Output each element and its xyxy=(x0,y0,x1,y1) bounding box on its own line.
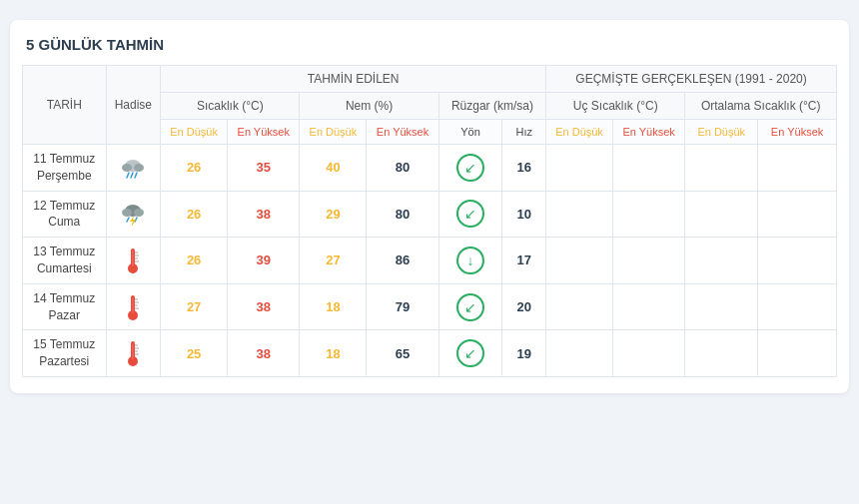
wind-speed-val: 16 xyxy=(502,145,546,192)
date-cell: 15 TemmuzPazartesi xyxy=(23,330,107,377)
weather-icon xyxy=(111,339,157,367)
table-row: 13 TemmuzCumartesi 26 39 27 86 ↓ 17 xyxy=(23,238,837,284)
table-row: 15 TemmuzPazartesi 25 38 18 65 ↙ 19 xyxy=(23,330,837,377)
svg-line-4 xyxy=(131,173,133,178)
hadise-header: Hadise xyxy=(106,66,161,145)
sic-high-header: En Yüksek xyxy=(228,120,300,145)
sicaklik-header: Sıcaklık (°C) xyxy=(161,93,300,120)
wind-direction-icon: ↙ xyxy=(456,154,484,182)
avg-high-val xyxy=(758,283,837,330)
table-row: 12 TemmuzCuma 26 38 29 80 ↙ 10 xyxy=(23,191,837,238)
weather-icon-cell xyxy=(106,145,161,192)
svg-point-2 xyxy=(134,164,144,172)
sic-high-val: 38 xyxy=(228,283,300,330)
wind-direction-icon: ↓ xyxy=(456,247,484,274)
past-low-val xyxy=(546,238,613,284)
sic-low-val: 26 xyxy=(161,191,228,238)
avg-low-val xyxy=(685,191,758,238)
avg-high-header: En Yüksek xyxy=(758,120,837,145)
past-low-val xyxy=(546,145,613,192)
wind-speed-val: 17 xyxy=(502,238,546,284)
wind-dir-cell: ↙ xyxy=(438,191,502,238)
weather-icon-cell xyxy=(106,330,161,377)
hiz-header: Hız xyxy=(502,120,546,145)
avg-low-val xyxy=(685,238,758,284)
svg-point-1 xyxy=(122,164,132,172)
sic-low-val: 26 xyxy=(161,238,228,284)
wind-direction-icon: ↙ xyxy=(456,200,484,228)
wind-dir-cell: ↙ xyxy=(438,145,502,192)
sic-high-val: 39 xyxy=(228,238,300,284)
forecast-table: TARİH Hadise TAHMİN EDİLEN GEÇMİŞTE GERÇ… xyxy=(22,65,837,377)
nem-high-val: 80 xyxy=(367,145,438,192)
avg-low-header: En Düşük xyxy=(685,120,758,145)
wind-speed-val: 20 xyxy=(502,283,546,330)
avg-low-val xyxy=(685,330,758,377)
wind-speed-val: 19 xyxy=(502,330,546,377)
svg-rect-14 xyxy=(132,251,134,266)
weather-icon-cell xyxy=(106,191,161,238)
svg-point-8 xyxy=(134,209,144,217)
weather-icon-cell xyxy=(106,283,161,330)
wind-dir-cell: ↓ xyxy=(438,238,502,284)
weather-icon xyxy=(111,293,157,321)
nem-low-val: 18 xyxy=(300,283,367,330)
avg-high-val xyxy=(758,145,837,192)
weather-icon-cell xyxy=(106,238,161,284)
past-low-val xyxy=(546,191,613,238)
svg-rect-28 xyxy=(132,343,134,359)
avg-low-val xyxy=(685,283,758,330)
main-container: 5 GÜNLÜK TAHMİN TARİH Hadise TAHMİN EDİL… xyxy=(10,20,849,393)
sic-low-header: En Düşük xyxy=(161,120,228,145)
svg-rect-21 xyxy=(132,297,134,313)
wind-dir-cell: ↙ xyxy=(438,330,502,377)
tarih-header: TARİH xyxy=(23,66,107,145)
wind-direction-icon: ↙ xyxy=(456,293,484,321)
date-cell: 12 TemmuzCuma xyxy=(23,191,107,238)
date-cell: 14 TemmuzPazar xyxy=(23,283,107,330)
nem-high-header: En Yüksek xyxy=(367,120,438,145)
svg-point-7 xyxy=(122,209,132,217)
weather-icon xyxy=(111,156,157,180)
table-row: 11 TemmuzPerşembe 26 35 40 80 ↙ 16 xyxy=(23,145,837,192)
sic-high-val: 38 xyxy=(228,191,300,238)
date-cell: 11 TemmuzPerşembe xyxy=(23,145,107,192)
avg-low-val xyxy=(685,145,758,192)
uc-sicaklik-header: Uç Sıcaklık (°C) xyxy=(546,93,685,120)
gecmiste-header: GEÇMİŞTE GERÇEKLEŞEN (1991 - 2020) xyxy=(546,66,837,93)
nem-low-val: 29 xyxy=(300,191,367,238)
table-row: 14 TemmuzPazar 27 38 18 79 ↙ 20 xyxy=(23,283,837,330)
tahmin-header: TAHMİN EDİLEN xyxy=(161,66,546,93)
svg-line-5 xyxy=(135,173,137,178)
weather-icon xyxy=(111,202,157,226)
yon-header: Yön xyxy=(438,120,502,145)
nem-low-val: 27 xyxy=(300,238,367,284)
svg-line-3 xyxy=(127,173,129,178)
section-title: 5 GÜNLÜK TAHMİN xyxy=(22,36,837,53)
past-high-val xyxy=(612,238,684,284)
nem-high-val: 65 xyxy=(367,330,438,377)
wind-direction-icon: ↙ xyxy=(456,339,484,367)
avg-high-val xyxy=(758,191,837,238)
past-low-val xyxy=(546,283,613,330)
past-high-header: En Yüksek xyxy=(612,120,684,145)
wind-speed-val: 10 xyxy=(502,191,546,238)
nem-high-val: 80 xyxy=(367,191,438,238)
avg-high-val xyxy=(758,238,837,284)
wind-dir-cell: ↙ xyxy=(438,283,502,330)
sic-high-val: 35 xyxy=(228,145,300,192)
date-cell: 13 TemmuzCumartesi xyxy=(23,238,107,284)
nem-high-val: 86 xyxy=(367,238,438,284)
nem-header: Nem (%) xyxy=(300,93,438,120)
past-low-header: En Düşük xyxy=(546,120,613,145)
nem-low-val: 18 xyxy=(300,330,367,377)
sic-low-val: 26 xyxy=(161,145,228,192)
svg-marker-11 xyxy=(130,216,136,226)
past-high-val xyxy=(612,330,684,377)
nem-high-val: 79 xyxy=(367,283,438,330)
nem-low-val: 40 xyxy=(300,145,367,192)
avg-high-val xyxy=(758,330,837,377)
svg-line-9 xyxy=(127,218,129,222)
ortalama-sicaklik-header: Ortalama Sıcaklık (°C) xyxy=(685,93,837,120)
past-high-val xyxy=(612,145,684,192)
